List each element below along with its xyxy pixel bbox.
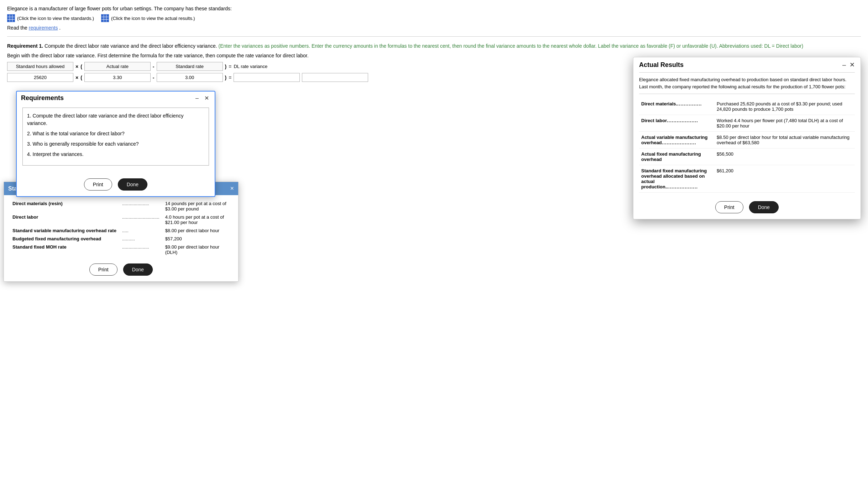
- std-row-val-2: $8.00 per direct labor hour: [162, 226, 232, 235]
- formula-equals: =: [229, 64, 231, 69]
- table-row: Direct labor ...........................…: [10, 213, 232, 226]
- std-row-val-1: 4.0 hours per pot at a cost of $21.00 pe…: [162, 213, 232, 226]
- actual-modal-footer: Print Done: [633, 197, 861, 219]
- actual-icon-link[interactable]: (Click the icon to view the actual resul…: [101, 14, 195, 22]
- formula-paren2-open: (: [80, 75, 82, 80]
- input-actual-rate[interactable]: [84, 73, 151, 82]
- standards-print-button[interactable]: Print: [89, 264, 117, 276]
- formula-op1-header: ×: [75, 64, 78, 69]
- input-std-hours[interactable]: [7, 73, 73, 82]
- requirements-print-button[interactable]: Print: [84, 178, 112, 191]
- formula-paren1-close: ): [225, 64, 227, 69]
- read-text: Read the: [7, 25, 27, 31]
- standards-done-button[interactable]: Done: [123, 264, 153, 276]
- req-item-2: 2. What is the total variance for direct…: [27, 130, 204, 137]
- formula-paren2-close: ): [225, 75, 227, 80]
- standards-modal-body: Direct materials (resin) ...............…: [4, 195, 238, 261]
- actual-results-modal: Actual Results – ✕ Elegance allocated fi…: [633, 57, 861, 219]
- req-heading-label: Requirement 1.: [7, 43, 43, 49]
- actual-label-text-0: Direct materials.: [641, 101, 677, 106]
- actual-dots-1: ...................: [667, 118, 698, 123]
- read-end: .: [59, 25, 61, 31]
- table-row: Direct materials (resin) ...............…: [10, 199, 232, 213]
- modal-controls: – ✕: [194, 95, 210, 101]
- standards-icon-link[interactable]: (Click the icon to view the standards.): [7, 14, 94, 22]
- input-result1[interactable]: [234, 73, 300, 82]
- requirements-link[interactable]: requirements: [29, 25, 58, 31]
- actual-done-button[interactable]: Done: [749, 201, 779, 213]
- actual-modal-body: Elegance allocated fixed manufacturing o…: [633, 72, 861, 197]
- std-row-label-1: Direct labor: [10, 213, 119, 226]
- std-row-dots-1: .............................: [119, 213, 162, 226]
- intro-text: Elegance is a manufacturer of large flow…: [7, 6, 232, 11]
- std-row-val-0: 14 pounds per pot at a cost of $3.00 per…: [162, 199, 232, 213]
- req-item-3: 3. Who is generally responsible for each…: [27, 140, 204, 148]
- requirements-modal-body: 1. Compute the direct labor rate varianc…: [17, 103, 215, 176]
- actual-close-button[interactable]: ✕: [849, 61, 855, 69]
- requirements-minimize-button[interactable]: –: [194, 95, 200, 101]
- requirements-modal-header: Requirements – ✕: [17, 92, 215, 103]
- table-row: Standard variable manufacturing overhead…: [10, 226, 232, 235]
- requirement-heading: Requirement 1. Compute the direct labor …: [7, 42, 861, 50]
- intro-paragraph: Elegance is a manufacturer of large flow…: [7, 6, 861, 11]
- actual-row-label-2: Actual variable manufacturing overhead..…: [639, 132, 715, 148]
- actual-table: Direct materials................ Purchas…: [639, 98, 855, 193]
- formula-paren1-open: (: [80, 64, 82, 69]
- actual-dots-4: ...................: [667, 184, 698, 189]
- input-std-rate[interactable]: [157, 73, 223, 82]
- requirements-modal: Requirements – ✕ 1. Compute the direct l…: [16, 91, 215, 197]
- actual-row-val-1: Worked 4.4 hours per flower pot (7,480 t…: [715, 115, 855, 132]
- requirements-modal-title: Requirements: [21, 94, 64, 102]
- actual-modal-header: Actual Results – ✕: [633, 57, 861, 72]
- actual-row-val-2: $8.50 per direct labor hour for total ac…: [715, 132, 855, 148]
- req-heading-text: Compute the direct labor rate variance a…: [45, 43, 217, 49]
- requirements-done-button[interactable]: Done: [118, 178, 147, 191]
- actual-row-label-3: Actual fixed manufacturing overhead: [639, 148, 715, 165]
- standards-icon-label: (Click the icon to view the standards.): [17, 16, 94, 21]
- req-heading-green: (Enter the variances as positive numbers…: [218, 43, 803, 49]
- formula-result-label: DL rate variance: [234, 64, 267, 69]
- req-item-1: 1. Compute the direct labor rate varianc…: [27, 112, 204, 127]
- std-row-dots-2: .....: [119, 226, 162, 235]
- formula-header-std-hours: [7, 62, 73, 71]
- formula-op2-header: -: [153, 64, 155, 69]
- std-row-dots-4: .....................: [119, 243, 162, 256]
- table-row: Standard fixed manufacturing overhead al…: [639, 165, 855, 193]
- std-row-val-3: $57,200: [162, 235, 232, 243]
- table-row: Direct materials................ Purchas…: [639, 98, 855, 115]
- table-row: Actual fixed manufacturing overhead $56,…: [639, 148, 855, 165]
- standards-table: Direct materials (resin) ...............…: [10, 199, 232, 256]
- actual-label-text-1: Direct labor: [641, 118, 667, 123]
- standards-modal-footer: Print Done: [4, 261, 238, 281]
- standards-close-button[interactable]: ×: [230, 185, 234, 192]
- actual-row-label-1: Direct labor...................: [639, 115, 715, 132]
- std-row-label-0: Direct materials (resin): [10, 199, 119, 213]
- actual-modal-intro: Elegance allocated fixed manufacturing o…: [639, 72, 855, 94]
- formula-header-actual-rate: [84, 62, 151, 71]
- actual-modal-controls: – ✕: [842, 61, 855, 69]
- formula-op1-val: ×: [75, 75, 78, 80]
- table-row: Actual variable manufacturing overhead..…: [639, 132, 855, 148]
- actual-label-text-3: Actual fixed manufacturing overhead: [641, 151, 701, 162]
- standards-grid-icon: [7, 14, 15, 22]
- formula-equals2: =: [229, 75, 231, 80]
- std-row-val-4: $9.00 per direct labor hour (DLH): [162, 243, 232, 256]
- std-row-dots-0: .....................: [119, 199, 162, 213]
- req-item-4: 4. Interpret the variances.: [27, 151, 204, 158]
- actual-modal-title: Actual Results: [639, 61, 684, 69]
- actual-print-button[interactable]: Print: [715, 201, 743, 213]
- requirements-close-button[interactable]: ✕: [203, 95, 210, 101]
- actual-grid-icon: [101, 14, 109, 22]
- table-row: Direct labor................... Worked 4…: [639, 115, 855, 132]
- table-row: Budgeted fixed manufacturing overhead ..…: [10, 235, 232, 243]
- input-result2[interactable]: [302, 73, 368, 82]
- actual-row-val-3: $56,500: [715, 148, 855, 165]
- requirements-modal-footer: Print Done: [17, 176, 215, 196]
- read-requirements-line: Read the requirements .: [7, 25, 861, 31]
- requirements-list-box: 1. Compute the direct labor rate varianc…: [22, 108, 209, 166]
- actual-row-val-4: $61,200: [715, 165, 855, 193]
- std-row-label-4: Standard fixed MOH rate: [10, 243, 119, 256]
- actual-minimize-button[interactable]: –: [842, 61, 846, 69]
- icon-links-row: (Click the icon to view the standards.) …: [7, 14, 861, 22]
- std-row-label-3: Budgeted fixed manufacturing overhead: [10, 235, 119, 243]
